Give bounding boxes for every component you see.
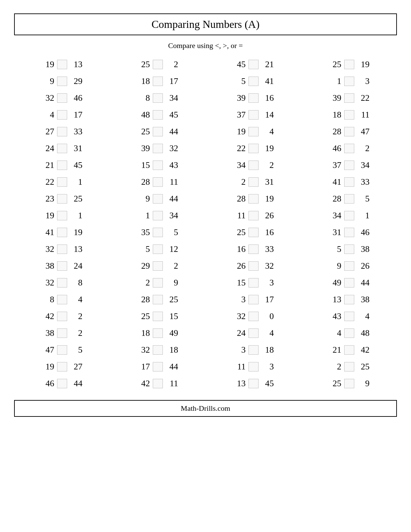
comparison-box[interactable] bbox=[344, 379, 354, 388]
comparison-box[interactable] bbox=[57, 228, 67, 237]
problem-item: 32 18 bbox=[110, 342, 205, 358]
comparison-box[interactable] bbox=[57, 295, 67, 304]
comparison-box[interactable] bbox=[248, 194, 259, 204]
comparison-box[interactable] bbox=[248, 278, 259, 287]
left-number: 1 bbox=[137, 211, 150, 221]
comparison-box[interactable] bbox=[248, 60, 259, 69]
comparison-box[interactable] bbox=[344, 362, 354, 371]
comparison-box[interactable] bbox=[153, 177, 163, 187]
comparison-box[interactable] bbox=[153, 278, 163, 287]
problem-item: 42 2 bbox=[14, 308, 110, 325]
problem-item: 39 22 bbox=[301, 90, 397, 106]
comparison-box[interactable] bbox=[344, 161, 354, 170]
left-number: 4 bbox=[42, 110, 54, 120]
comparison-box[interactable] bbox=[248, 161, 259, 170]
comparison-box[interactable] bbox=[153, 345, 163, 355]
comparison-box[interactable] bbox=[344, 328, 354, 338]
comparison-box[interactable] bbox=[344, 228, 354, 237]
comparison-box[interactable] bbox=[153, 60, 163, 69]
comparison-box[interactable] bbox=[248, 261, 259, 271]
comparison-box[interactable] bbox=[344, 345, 354, 355]
comparison-box[interactable] bbox=[57, 245, 67, 254]
comparison-box[interactable] bbox=[153, 261, 163, 271]
left-number: 39 bbox=[233, 93, 246, 103]
comparison-box[interactable] bbox=[344, 110, 354, 120]
comparison-box[interactable] bbox=[153, 161, 163, 170]
problem-item: 11 26 bbox=[205, 207, 301, 224]
comparison-box[interactable] bbox=[344, 60, 354, 69]
comparison-box[interactable] bbox=[248, 362, 259, 371]
comparison-box[interactable] bbox=[153, 245, 163, 254]
comparison-box[interactable] bbox=[153, 127, 163, 136]
comparison-box[interactable] bbox=[57, 194, 67, 204]
comparison-box[interactable] bbox=[248, 295, 259, 304]
comparison-box[interactable] bbox=[248, 144, 259, 153]
problem-item: 18 11 bbox=[301, 106, 397, 123]
comparison-box[interactable] bbox=[344, 312, 354, 321]
comparison-box[interactable] bbox=[248, 328, 259, 338]
comparison-box[interactable] bbox=[248, 93, 259, 103]
problem-item: 32 8 bbox=[14, 274, 110, 291]
comparison-box[interactable] bbox=[57, 362, 67, 371]
comparison-box[interactable] bbox=[57, 144, 67, 153]
comparison-box[interactable] bbox=[153, 93, 163, 103]
comparison-box[interactable] bbox=[57, 379, 67, 388]
comparison-box[interactable] bbox=[344, 245, 354, 254]
comparison-box[interactable] bbox=[153, 228, 163, 237]
comparison-box[interactable] bbox=[57, 211, 67, 220]
left-number: 31 bbox=[329, 227, 341, 237]
problem-item: 22 1 bbox=[14, 174, 110, 190]
right-number: 16 bbox=[261, 227, 274, 237]
comparison-box[interactable] bbox=[344, 211, 354, 220]
left-number: 29 bbox=[137, 261, 150, 271]
comparison-box[interactable] bbox=[153, 110, 163, 120]
comparison-box[interactable] bbox=[344, 278, 354, 287]
comparison-box[interactable] bbox=[248, 245, 259, 254]
problem-item: 25 19 bbox=[301, 56, 397, 73]
comparison-box[interactable] bbox=[344, 177, 354, 187]
comparison-box[interactable] bbox=[57, 278, 67, 287]
comparison-box[interactable] bbox=[153, 295, 163, 304]
comparison-box[interactable] bbox=[57, 177, 67, 187]
comparison-box[interactable] bbox=[344, 295, 354, 304]
comparison-box[interactable] bbox=[248, 211, 259, 220]
comparison-box[interactable] bbox=[344, 93, 354, 103]
comparison-box[interactable] bbox=[57, 261, 67, 271]
comparison-box[interactable] bbox=[344, 144, 354, 153]
comparison-box[interactable] bbox=[153, 77, 163, 86]
comparison-box[interactable] bbox=[153, 194, 163, 204]
comparison-box[interactable] bbox=[344, 261, 354, 271]
comparison-box[interactable] bbox=[248, 379, 259, 388]
comparison-box[interactable] bbox=[248, 110, 259, 120]
left-number: 1 bbox=[329, 76, 341, 86]
comparison-box[interactable] bbox=[248, 77, 259, 86]
comparison-box[interactable] bbox=[57, 328, 67, 338]
comparison-box[interactable] bbox=[248, 228, 259, 237]
comparison-box[interactable] bbox=[57, 312, 67, 321]
comparison-box[interactable] bbox=[344, 194, 354, 204]
comparison-box[interactable] bbox=[153, 379, 163, 388]
comparison-box[interactable] bbox=[153, 312, 163, 321]
left-number: 48 bbox=[137, 110, 150, 120]
problem-item: 4 17 bbox=[14, 106, 110, 123]
problem-item: 28 11 bbox=[110, 174, 205, 190]
problem-item: 27 33 bbox=[14, 123, 110, 140]
comparison-box[interactable] bbox=[57, 127, 67, 136]
problem-item: 46 44 bbox=[14, 375, 110, 392]
comparison-box[interactable] bbox=[248, 312, 259, 321]
comparison-box[interactable] bbox=[344, 77, 354, 86]
comparison-box[interactable] bbox=[57, 110, 67, 120]
comparison-box[interactable] bbox=[57, 93, 67, 103]
comparison-box[interactable] bbox=[57, 60, 67, 69]
comparison-box[interactable] bbox=[57, 161, 67, 170]
comparison-box[interactable] bbox=[344, 127, 354, 136]
comparison-box[interactable] bbox=[153, 362, 163, 371]
comparison-box[interactable] bbox=[248, 345, 259, 355]
comparison-box[interactable] bbox=[57, 345, 67, 355]
comparison-box[interactable] bbox=[153, 211, 163, 220]
comparison-box[interactable] bbox=[248, 177, 259, 187]
comparison-box[interactable] bbox=[57, 77, 67, 86]
comparison-box[interactable] bbox=[248, 127, 259, 136]
comparison-box[interactable] bbox=[153, 328, 163, 338]
comparison-box[interactable] bbox=[153, 144, 163, 153]
